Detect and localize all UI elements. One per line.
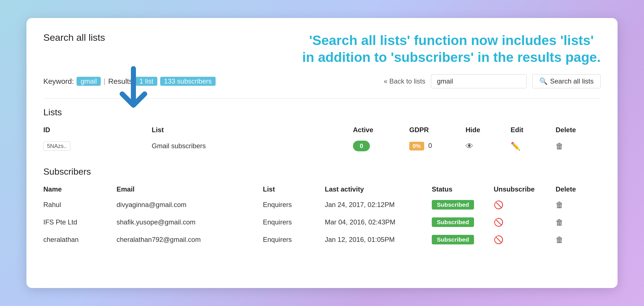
search-icon: 🔍 <box>539 77 548 85</box>
subscriber-status: Subscribed <box>432 213 494 231</box>
list-count-badge: 1 list <box>135 77 157 86</box>
search-bar-row: « Back to lists 🔍 Search all lists <box>384 74 601 88</box>
subscriber-last-activity: Jan 12, 2016, 01:05PM <box>325 231 432 248</box>
search-all-lists-button[interactable]: 🔍 Search all lists <box>532 74 601 88</box>
subscribers-count-badge: 133 subscribers <box>160 77 216 86</box>
col-hide: Hide <box>466 123 511 137</box>
subscriber-delete[interactable]: 🗑 <box>556 196 601 213</box>
list-delete-cell: 🗑 <box>556 137 601 155</box>
col-unsubscribe: Unsubscribe <box>494 183 556 196</box>
col-active: Active <box>353 123 409 137</box>
subscriber-unsubscribe[interactable]: 🚫 <box>494 213 556 231</box>
col-gdpr: GDPR <box>409 123 466 137</box>
keyword-and-search-row: Keyword: gmail | Results 1 list 133 subs… <box>43 74 601 88</box>
col-list: List <box>263 183 325 196</box>
subscriber-name: Rahul <box>43 196 117 213</box>
col-delete: Delete <box>556 123 601 137</box>
subscriber-unsubscribe[interactable]: 🚫 <box>494 231 556 248</box>
edit-icon[interactable]: ✏️ <box>511 142 520 150</box>
subscriber-last-activity: Mar 04, 2016, 02:43PM <box>325 213 432 231</box>
table-row: cheralathan cheralathan792@gmail.com Enq… <box>43 231 601 248</box>
subscribers-table: Name Email List Last activity Status Uns… <box>43 183 601 248</box>
keyword-label: Keyword: <box>43 77 74 86</box>
table-row: Rahul divyaginna@gmail.com Enquirers Jan… <box>43 196 601 213</box>
list-active-cell: 0 <box>353 137 409 155</box>
back-to-lists-link[interactable]: « Back to lists <box>384 77 425 85</box>
search-input[interactable] <box>431 74 527 88</box>
divider <box>43 98 601 99</box>
pipe: | <box>104 77 106 86</box>
list-hide-cell: 👁 <box>466 137 511 155</box>
subscribers-table-header: Name Email List Last activity Status Uns… <box>43 183 601 196</box>
keyword-badge: gmail <box>77 77 100 86</box>
delete-icon[interactable]: 🗑 <box>556 142 564 150</box>
subscriber-status: Subscribed <box>432 231 494 248</box>
subscribers-section-title: Subscribers <box>43 166 601 177</box>
gdpr-count: 0 <box>428 142 432 149</box>
col-status: Status <box>432 183 494 196</box>
top-left-area: Search all lists <box>43 32 105 50</box>
top-section: Search all lists 'Search all lists' func… <box>43 32 601 66</box>
subscriber-list: Enquirers <box>263 231 325 248</box>
active-badge: 0 <box>353 141 370 151</box>
subscribers-section: Subscribers Name Email List Last activit… <box>43 166 601 248</box>
headline-text: 'Search all lists' function now includes… <box>302 32 601 66</box>
unsubscribe-icon[interactable]: 🚫 <box>494 201 504 209</box>
results-label: Results <box>108 77 133 86</box>
lists-section: Lists ID List Active GDPR Hide Edit Dele… <box>43 107 601 155</box>
subscriber-email: cheralathan792@gmail.com <box>117 231 263 248</box>
subscriber-delete[interactable]: 🗑 <box>556 231 601 248</box>
page-title: Search all lists <box>43 32 105 43</box>
list-edit-cell: ✏️ <box>511 137 556 155</box>
list-id-box: 5NAzs.. <box>43 141 70 151</box>
col-last-activity: Last activity <box>325 183 432 196</box>
subscriber-email: divyaginna@gmail.com <box>117 196 263 213</box>
col-edit: Edit <box>511 123 556 137</box>
col-name: Name <box>43 183 117 196</box>
unsubscribe-icon[interactable]: 🚫 <box>494 218 504 227</box>
table-row: IFS Pte Ltd shafik.yusope@gmail.com Enqu… <box>43 213 601 231</box>
subscriber-last-activity: Jan 24, 2017, 02:12PM <box>325 196 432 213</box>
col-email: Email <box>117 183 263 196</box>
lists-table: ID List Active GDPR Hide Edit Delete 5NA… <box>43 123 601 155</box>
subscriber-name: cheralathan <box>43 231 117 248</box>
list-name-cell: Gmail subscribers <box>152 137 353 155</box>
subscriber-email: shafik.yusope@gmail.com <box>117 213 263 231</box>
col-id: ID <box>43 123 152 137</box>
list-gdpr-cell: 0% 0 <box>409 137 466 155</box>
keyword-row: Keyword: gmail | Results 1 list 133 subs… <box>43 77 216 86</box>
subscriber-list: Enquirers <box>263 196 325 213</box>
col-list: List <box>152 123 353 137</box>
main-card: Search all lists 'Search all lists' func… <box>26 18 618 288</box>
gdpr-badge: 0% <box>409 142 424 150</box>
list-id-cell: 5NAzs.. <box>43 137 152 155</box>
col-delete: Delete <box>556 183 601 196</box>
subscribed-badge: Subscribed <box>432 235 474 244</box>
subscribed-badge: Subscribed <box>432 217 474 227</box>
subscriber-status: Subscribed <box>432 196 494 213</box>
lists-section-title: Lists <box>43 107 601 118</box>
lists-table-header: ID List Active GDPR Hide Edit Delete <box>43 123 601 137</box>
subscriber-delete[interactable]: 🗑 <box>556 213 601 231</box>
table-row: 5NAzs.. Gmail subscribers 0 0% 0 👁 ✏️ <box>43 137 601 155</box>
subscriber-list: Enquirers <box>263 213 325 231</box>
hide-icon[interactable]: 👁 <box>466 142 473 150</box>
delete-icon[interactable]: 🗑 <box>556 235 564 244</box>
delete-icon[interactable]: 🗑 <box>556 218 564 227</box>
delete-icon[interactable]: 🗑 <box>556 201 564 209</box>
subscriber-unsubscribe[interactable]: 🚫 <box>494 196 556 213</box>
unsubscribe-icon[interactable]: 🚫 <box>494 235 504 244</box>
subscriber-name: IFS Pte Ltd <box>43 213 117 231</box>
subscribed-badge: Subscribed <box>432 200 474 210</box>
